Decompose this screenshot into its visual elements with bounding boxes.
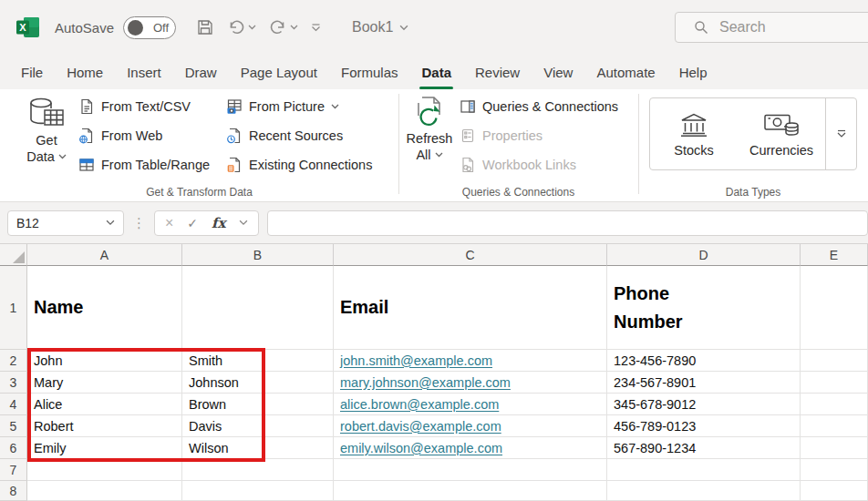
undo-button[interactable]	[227, 19, 256, 36]
cell-a8[interactable]	[27, 481, 182, 501]
save-button[interactable]	[196, 18, 214, 36]
email-link[interactable]: emily.wilson@example.com	[340, 441, 502, 455]
row-header-5[interactable]: 5	[0, 415, 27, 437]
tab-formulas[interactable]: Formulas	[329, 55, 410, 89]
data-types-gallery-more-button[interactable]	[825, 98, 856, 169]
cell-b7[interactable]	[182, 459, 334, 481]
tab-help[interactable]: Help	[667, 55, 719, 89]
from-picture-button[interactable]: From Picture	[226, 94, 339, 119]
cell-d5[interactable]: 456-789-0123	[607, 415, 801, 437]
cell-b3[interactable]: Johnson	[182, 372, 334, 394]
email-link[interactable]: alice.brown@example.com	[340, 397, 499, 412]
tab-data[interactable]: Data	[409, 55, 463, 89]
formula-bar-input[interactable]	[267, 210, 868, 236]
cell-a1[interactable]: Name	[27, 266, 182, 350]
cell-c2[interactable]: john.smith@example.com	[334, 350, 607, 372]
cell-d6[interactable]: 567-890-1234	[607, 437, 801, 459]
cell-a2[interactable]: John	[27, 350, 182, 372]
cancel-icon[interactable]: ×	[165, 216, 173, 230]
cell-a3[interactable]: Mary	[27, 372, 182, 394]
from-table-range-button[interactable]: From Table/Range	[78, 152, 210, 178]
stocks-data-type[interactable]: Stocks	[650, 98, 738, 169]
cell-d1[interactable]: Phone Number	[607, 266, 801, 350]
autosave-toggle[interactable]: Off	[123, 16, 176, 39]
cell-d3[interactable]: 234-567-8901	[607, 372, 801, 394]
excel-logo-icon[interactable]: X	[16, 16, 40, 38]
row-header-3[interactable]: 3	[0, 372, 27, 394]
tab-review[interactable]: Review	[463, 55, 532, 89]
tab-file[interactable]: File	[9, 55, 55, 89]
cell-c1[interactable]: Email	[334, 266, 607, 350]
tab-insert[interactable]: Insert	[115, 55, 173, 89]
queries-connections-button[interactable]: Queries & Connections	[460, 94, 618, 119]
cell-b4[interactable]: Brown	[182, 394, 334, 415]
email-link[interactable]: mary.johnson@example.com	[340, 375, 511, 390]
cell-c3[interactable]: mary.johnson@example.com	[334, 372, 607, 394]
cell-d7[interactable]	[607, 459, 801, 481]
cell-e7[interactable]	[801, 459, 868, 481]
email-link[interactable]: robert.davis@example.com	[340, 419, 501, 434]
select-all-button[interactable]	[0, 244, 27, 266]
column-header-c[interactable]: C	[334, 244, 607, 266]
tab-page-layout[interactable]: Page Layout	[229, 55, 329, 89]
cell-c7[interactable]	[334, 459, 607, 481]
cell-d4[interactable]: 345-678-9012	[607, 394, 801, 415]
refresh-all-button[interactable]: Refresh All	[405, 92, 454, 183]
cell-b5[interactable]: Davis	[182, 415, 334, 437]
column-header-b[interactable]: B	[182, 244, 334, 266]
cell-b6[interactable]: Wilson	[182, 437, 334, 459]
name-box[interactable]: B12	[7, 210, 124, 236]
cell-e6[interactable]	[801, 437, 868, 459]
column-header-e[interactable]: E	[801, 244, 868, 266]
enter-icon[interactable]: ✓	[187, 217, 198, 230]
insert-function-button[interactable]: fx	[212, 215, 225, 231]
row-header-7[interactable]: 7	[0, 459, 27, 481]
row-header-8[interactable]: 8	[0, 481, 27, 501]
chevron-down-icon[interactable]	[239, 220, 248, 226]
recent-sources-button[interactable]: Recent Sources	[226, 123, 343, 148]
from-text-csv-button[interactable]: From Text/CSV	[78, 94, 191, 119]
cell-e3[interactable]	[801, 372, 868, 394]
properties-button[interactable]: Properties	[460, 123, 542, 148]
column-header-a[interactable]: A	[27, 244, 182, 266]
row-header-1[interactable]: 1	[0, 266, 27, 350]
cell-c5[interactable]: robert.davis@example.com	[334, 415, 607, 437]
workbook-links-button[interactable]: Workbook Links	[460, 152, 576, 178]
cell-b2[interactable]: Smith	[182, 350, 334, 372]
search-box[interactable]: Search	[675, 12, 868, 43]
cell-a6[interactable]: Emily	[27, 437, 182, 459]
cell-e8[interactable]	[801, 481, 868, 501]
cell-d2[interactable]: 123-456-7890	[607, 350, 801, 372]
cell-e4[interactable]	[801, 394, 868, 415]
cell-b8[interactable]	[182, 481, 334, 501]
row-header-4[interactable]: 4	[0, 394, 27, 415]
email-link[interactable]: john.smith@example.com	[340, 353, 492, 368]
cell-e2[interactable]	[801, 350, 868, 372]
cell-b1[interactable]	[182, 266, 334, 350]
tab-draw[interactable]: Draw	[173, 55, 229, 89]
cell-c4[interactable]: alice.brown@example.com	[334, 394, 607, 415]
tab-automate[interactable]: Automate	[584, 55, 666, 89]
from-web-button[interactable]: From Web	[78, 123, 162, 148]
cell-a7[interactable]	[27, 459, 182, 481]
tab-view[interactable]: View	[532, 55, 584, 89]
get-data-label-line1: Get	[26, 132, 67, 148]
cell-e1[interactable]	[801, 266, 868, 350]
row-header-6[interactable]: 6	[0, 437, 27, 459]
formula-bar-drag-dots[interactable]: ⋮	[132, 215, 146, 231]
tab-home[interactable]: Home	[55, 55, 115, 89]
customize-quick-access-button[interactable]	[311, 24, 321, 32]
cell-d8[interactable]	[607, 481, 801, 501]
cell-e5[interactable]	[801, 415, 868, 437]
redo-button[interactable]	[269, 19, 298, 36]
existing-connections-button[interactable]: Existing Connections	[226, 152, 372, 178]
row-header-2[interactable]: 2	[0, 350, 27, 372]
cell-c8[interactable]	[334, 481, 607, 501]
cell-a4[interactable]: Alice	[27, 394, 182, 415]
column-header-d[interactable]: D	[607, 244, 801, 266]
cell-a5[interactable]: Robert	[27, 415, 182, 437]
currencies-data-type[interactable]: Currencies	[738, 98, 825, 169]
cell-c6[interactable]: emily.wilson@example.com	[334, 437, 607, 459]
workbook-title[interactable]: Book1	[352, 19, 408, 36]
get-data-button[interactable]: Get Data	[18, 92, 75, 183]
